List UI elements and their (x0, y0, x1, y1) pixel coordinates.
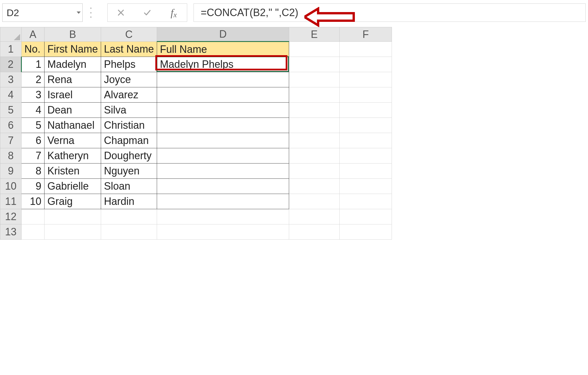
cell-E1[interactable] (289, 42, 340, 57)
chevron-down-icon[interactable] (77, 11, 81, 14)
cell-D6[interactable] (157, 118, 289, 133)
cell-A6[interactable]: 5 (22, 118, 45, 133)
cell-F5[interactable] (340, 103, 392, 118)
insert-function-button[interactable]: fx (160, 4, 187, 22)
row-header-11[interactable]: 11 (0, 194, 22, 209)
column-header-E[interactable]: E (289, 27, 340, 42)
row-header-10[interactable]: 10 (0, 179, 22, 194)
cell-D2[interactable]: Madelyn Phelps (157, 57, 289, 72)
cell-F2[interactable] (340, 57, 392, 72)
cell-E8[interactable] (289, 148, 340, 164)
cell-A7[interactable]: 6 (22, 133, 45, 148)
cell-F3[interactable] (340, 72, 392, 87)
row-header-7[interactable]: 7 (0, 133, 22, 148)
cell-E4[interactable] (289, 87, 340, 103)
cell-B9[interactable]: Kristen (45, 164, 101, 179)
column-header-C[interactable]: C (101, 27, 157, 42)
row-header-1[interactable]: 1 (0, 42, 22, 57)
cell-E2[interactable] (289, 57, 340, 72)
cell-B4[interactable]: Israel (45, 87, 101, 103)
cell-C2[interactable]: Phelps (101, 57, 157, 72)
cell-E3[interactable] (289, 72, 340, 87)
cell-B11[interactable]: Graig (45, 194, 101, 209)
cell-F8[interactable] (340, 148, 392, 164)
cell-F10[interactable] (340, 179, 392, 194)
cell-E6[interactable] (289, 118, 340, 133)
row-header-5[interactable]: 5 (0, 103, 22, 118)
cell-D4[interactable] (157, 87, 289, 103)
cell-A3[interactable]: 2 (22, 72, 45, 87)
cell-A2[interactable]: 1 (22, 57, 45, 72)
cell-F6[interactable] (340, 118, 392, 133)
cell-A13[interactable] (22, 224, 45, 240)
cell-C8[interactable]: Dougherty (101, 148, 157, 164)
cell-D5[interactable] (157, 103, 289, 118)
cell-A9[interactable]: 8 (22, 164, 45, 179)
cell-D9[interactable] (157, 164, 289, 179)
cell-A10[interactable]: 9 (22, 179, 45, 194)
cell-B2[interactable]: Madelyn (45, 57, 101, 72)
cell-A4[interactable]: 3 (22, 87, 45, 103)
cell-B8[interactable]: Katheryn (45, 148, 101, 164)
cell-A12[interactable] (22, 209, 45, 224)
cell-B12[interactable] (45, 209, 101, 224)
row-header-2[interactable]: 2 (0, 57, 22, 72)
name-box[interactable]: D2 (2, 3, 83, 22)
cell-C11[interactable]: Hardin (101, 194, 157, 209)
row-header-4[interactable]: 4 (0, 87, 22, 103)
row-header-6[interactable]: 6 (0, 118, 22, 133)
cell-E7[interactable] (289, 133, 340, 148)
cell-C12[interactable] (101, 209, 157, 224)
cell-C5[interactable]: Silva (101, 103, 157, 118)
cell-C13[interactable] (101, 224, 157, 240)
cell-D8[interactable] (157, 148, 289, 164)
cell-B10[interactable]: Gabrielle (45, 179, 101, 194)
cell-C6[interactable]: Christian (101, 118, 157, 133)
cell-C10[interactable]: Sloan (101, 179, 157, 194)
row-header-12[interactable]: 12 (0, 209, 22, 224)
cell-E5[interactable] (289, 103, 340, 118)
row-header-3[interactable]: 3 (0, 72, 22, 87)
cell-B13[interactable] (45, 224, 101, 240)
formula-input[interactable]: =CONCAT(B2," ",C2) (194, 3, 586, 22)
cell-B1[interactable]: First Name (45, 42, 101, 57)
select-all-button[interactable] (0, 27, 22, 42)
cell-E10[interactable] (289, 179, 340, 194)
cell-B5[interactable]: Dean (45, 103, 101, 118)
cell-C4[interactable]: Alvarez (101, 87, 157, 103)
cell-F13[interactable] (340, 224, 392, 240)
cell-D13[interactable] (157, 224, 289, 240)
cell-D7[interactable] (157, 133, 289, 148)
cell-B7[interactable]: Verna (45, 133, 101, 148)
cell-F9[interactable] (340, 164, 392, 179)
cell-C7[interactable]: Chapman (101, 133, 157, 148)
cell-C3[interactable]: Joyce (101, 72, 157, 87)
cell-F4[interactable] (340, 87, 392, 103)
cell-A8[interactable]: 7 (22, 148, 45, 164)
cell-C1[interactable]: Last Name (101, 42, 157, 57)
cell-A11[interactable]: 10 (22, 194, 45, 209)
grip-icon[interactable] (90, 6, 92, 19)
row-header-9[interactable]: 9 (0, 164, 22, 179)
cell-D10[interactable] (157, 179, 289, 194)
cell-E13[interactable] (289, 224, 340, 240)
cell-D12[interactable] (157, 209, 289, 224)
cell-D11[interactable] (157, 194, 289, 209)
cell-E12[interactable] (289, 209, 340, 224)
cell-D3[interactable] (157, 72, 289, 87)
cell-B3[interactable]: Rena (45, 72, 101, 87)
cell-E9[interactable] (289, 164, 340, 179)
column-header-B[interactable]: B (45, 27, 101, 42)
column-header-D[interactable]: D (157, 27, 289, 42)
cell-F12[interactable] (340, 209, 392, 224)
row-header-13[interactable]: 13 (0, 224, 22, 240)
cell-F1[interactable] (340, 42, 392, 57)
cell-E11[interactable] (289, 194, 340, 209)
cell-D1[interactable]: Full Name (157, 42, 289, 57)
cell-F7[interactable] (340, 133, 392, 148)
cell-F11[interactable] (340, 194, 392, 209)
cell-A5[interactable]: 4 (22, 103, 45, 118)
enter-button[interactable] (134, 4, 160, 22)
cell-A1[interactable]: No. (22, 42, 45, 57)
column-header-A[interactable]: A (22, 27, 45, 42)
